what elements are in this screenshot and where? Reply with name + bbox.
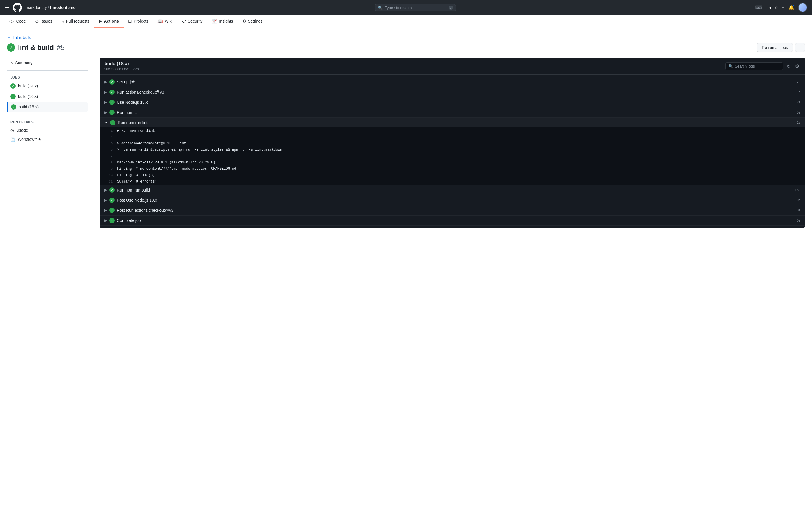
step-time: 1s	[797, 121, 800, 124]
usage-label: Usage	[16, 128, 28, 132]
log-step-npm-ci: ▶ ✓ Run npm ci 5s	[100, 107, 805, 118]
rerun-all-button[interactable]: Re-run all jobs	[757, 43, 793, 52]
tab-issues[interactable]: ⊙ Issues	[30, 15, 57, 28]
main-layout: ⌂ Summary Jobs ✓ build (14.x) ✓ build (1…	[7, 58, 805, 235]
tab-code-label: Code	[16, 19, 26, 24]
breadcrumb-link[interactable]: lint & build	[13, 35, 32, 40]
log-search-icon: 🔍	[728, 64, 733, 69]
line-number: 6	[104, 147, 113, 152]
tab-wiki[interactable]: 📖 Wiki	[153, 15, 177, 28]
step-time: 1s	[797, 90, 800, 94]
repo-owner[interactable]: markdumay	[26, 5, 47, 10]
step-header-checkout[interactable]: ▶ ✓ Run actions/checkout@v3 1s	[100, 87, 805, 97]
step-header-complete-job[interactable]: ▶ ✓ Complete job 0s	[100, 215, 805, 225]
file-icon: 📄	[11, 137, 15, 142]
step-header-post-checkout[interactable]: ▶ ✓ Post Run actions/checkout@v3 0s	[100, 206, 805, 215]
log-line: 7	[100, 153, 805, 159]
repo-name[interactable]: hinode-demo	[50, 5, 76, 10]
page-title: ✓ lint & build #5	[7, 43, 65, 51]
step-header-post-nodejs[interactable]: ▶ ✓ Post Use Node.js 18.x 0s	[100, 195, 805, 205]
pr-icon: ⑃	[61, 19, 64, 24]
hamburger-icon[interactable]: ☰	[5, 4, 9, 11]
chevron-right-icon: ▶	[104, 219, 107, 223]
sidebar-workflow-file-link[interactable]: 📄 Workflow file	[7, 135, 88, 144]
avatar[interactable]	[798, 3, 807, 12]
job-label-build-14: build (14.x)	[18, 84, 38, 88]
tab-insights[interactable]: 📈 Insights	[207, 15, 237, 28]
create-button[interactable]: + ▾	[766, 5, 771, 10]
log-step-checkout: ▶ ✓ Run actions/checkout@v3 1s	[100, 87, 805, 97]
step-header-npm-build[interactable]: ▶ ✓ Run npm run build 18s	[100, 185, 805, 195]
terminal-icon[interactable]: ⌨	[755, 4, 763, 11]
step-left: ▶ ✓ Post Use Node.js 18.x	[104, 198, 157, 203]
line-content	[117, 153, 119, 159]
step-time: 2s	[797, 80, 800, 84]
log-header-actions: 🔍 ↻ ⚙	[725, 62, 800, 70]
step-time: 0s	[797, 208, 800, 212]
github-logo-icon[interactable]	[13, 3, 22, 12]
notifications-icon[interactable]: 🔔	[788, 4, 795, 11]
line-number: 8	[104, 160, 113, 165]
line-number: 1	[104, 128, 113, 133]
log-line: 11 Summary: 0 error(s)	[100, 179, 805, 185]
line-content	[117, 134, 119, 140]
tab-code[interactable]: <> Code	[5, 15, 30, 28]
log-line: 5 > @gethinode/template@0.10.0 lint	[100, 140, 805, 147]
more-options-button[interactable]: ···	[795, 43, 805, 52]
tab-actions[interactable]: ▶ Actions	[94, 15, 123, 28]
chevron-right-icon: ▶	[104, 110, 107, 115]
log-search-box[interactable]: 🔍	[725, 62, 783, 70]
tab-projects[interactable]: ⊞ Projects	[124, 15, 153, 28]
line-content: Linting: 3 file(s)	[117, 173, 155, 178]
step-header-npm-ci[interactable]: ▶ ✓ Run npm ci 5s	[100, 107, 805, 117]
step-label: Run npm ci	[117, 110, 137, 115]
topbar-search: 🔍 Type / to search /	[80, 4, 750, 11]
step-header-npm-lint[interactable]: ▼ ✓ Run npm run lint 1s	[100, 118, 805, 127]
breadcrumb: ← lint & build	[7, 35, 805, 40]
tab-security[interactable]: 🛡 Security	[177, 15, 207, 28]
sidebar-job-build-14[interactable]: ✓ build (14.x)	[7, 81, 88, 91]
step-time: 2s	[797, 100, 800, 104]
actions-icon: ▶	[99, 18, 102, 24]
page-title-row: ✓ lint & build #5 Re-run all jobs ···	[7, 43, 805, 52]
step-label: Post Use Node.js 18.x	[117, 198, 157, 202]
workflow-title: lint & build	[18, 43, 54, 51]
sidebar-usage-link[interactable]: ◷ Usage	[7, 125, 88, 135]
line-content: markdownlint-cli2 v0.8.1 (markdownlint v…	[117, 160, 215, 165]
search-shortcut-badge: /	[449, 5, 453, 10]
run-number: #5	[57, 43, 65, 51]
tab-settings[interactable]: ⚙ Settings	[238, 15, 267, 28]
log-title-section: build (18.x) succeeded now in 33s	[104, 61, 139, 71]
repo-path: markdumay / hinode-demo	[26, 5, 76, 10]
log-settings-button[interactable]: ⚙	[794, 62, 800, 70]
log-step-complete-job: ▶ ✓ Complete job 0s	[100, 215, 805, 226]
topbar: ☰ markdumay / hinode-demo 🔍 Type / to se…	[0, 0, 812, 15]
log-line: 8 markdownlint-cli2 v0.8.1 (markdownlint…	[100, 159, 805, 166]
wiki-icon: 📖	[158, 18, 163, 24]
job-label-build-16: build (16.x)	[18, 94, 38, 99]
chevron-right-icon: ▶	[104, 100, 107, 104]
step-header-nodejs[interactable]: ▶ ✓ Use Node.js 18.x 2s	[100, 97, 805, 107]
insights-icon: 📈	[212, 18, 217, 24]
code-icon: <>	[9, 19, 14, 24]
global-search-box[interactable]: 🔍 Type / to search /	[375, 4, 456, 11]
log-search-input[interactable]	[735, 64, 780, 69]
line-content: ▶ Run npm run lint	[117, 128, 155, 133]
breadcrumb-arrow-icon: ←	[7, 35, 11, 40]
log-title: build (18.x)	[104, 61, 139, 66]
line-content: > npm run -s lint:scripts && npm run -s …	[117, 147, 282, 152]
step-header-set-up-job[interactable]: ▶ ✓ Set up job 2s	[100, 77, 805, 87]
issues-icon[interactable]: ○	[775, 5, 778, 11]
sidebar-job-build-16[interactable]: ✓ build (16.x)	[7, 92, 88, 101]
sidebar-summary[interactable]: ⌂ Summary	[7, 58, 88, 68]
tab-pull-requests[interactable]: ⑃ Pull requests	[57, 15, 94, 28]
tab-actions-label: Actions	[104, 19, 119, 24]
log-refresh-button[interactable]: ↻	[786, 62, 792, 70]
log-header: build (18.x) succeeded now in 33s 🔍 ↻ ⚙	[100, 58, 805, 75]
pull-requests-icon[interactable]: ⑃	[782, 5, 785, 11]
log-line: 10 Linting: 3 file(s)	[100, 172, 805, 179]
line-number: 7	[104, 153, 113, 159]
sidebar-job-build-18[interactable]: ✓ build (18.x)	[7, 102, 88, 112]
step-left: ▶ ✓ Complete job	[104, 218, 141, 223]
step-success-icon: ✓	[109, 187, 115, 193]
